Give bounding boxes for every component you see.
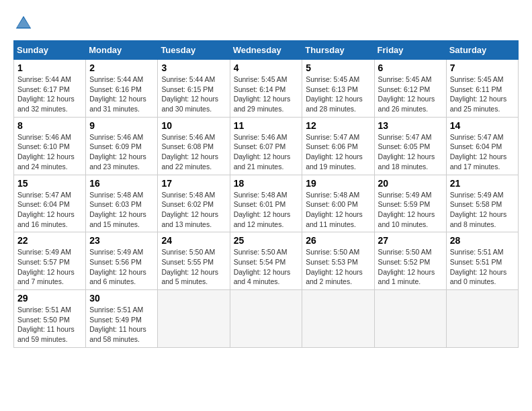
day-number: 26 [306, 235, 370, 246]
weekday-header-thursday: Thursday [302, 41, 374, 60]
calendar-cell: 8Sunrise: 5:46 AMSunset: 6:10 PMDaylight… [14, 117, 86, 175]
calendar-cell: 1Sunrise: 5:44 AMSunset: 6:17 PMDaylight… [14, 60, 86, 118]
day-detail: Sunrise: 5:48 AMSunset: 6:02 PMDaylight:… [161, 190, 226, 230]
day-number: 3 [161, 62, 226, 73]
day-number: 22 [17, 235, 82, 246]
day-detail: Sunrise: 5:46 AMSunset: 6:07 PMDaylight:… [234, 132, 299, 172]
day-detail: Sunrise: 5:45 AMSunset: 6:13 PMDaylight:… [306, 75, 370, 114]
day-detail: Sunrise: 5:44 AMSunset: 6:15 PMDaylight:… [161, 75, 226, 114]
calendar-cell: 2Sunrise: 5:44 AMSunset: 6:16 PMDaylight… [86, 60, 158, 118]
calendar-cell: 27Sunrise: 5:50 AMSunset: 5:52 PMDayligh… [374, 232, 446, 290]
weekday-header-sunday: Sunday [14, 41, 86, 60]
calendar-cell: 5Sunrise: 5:45 AMSunset: 6:13 PMDaylight… [302, 60, 374, 118]
day-detail: Sunrise: 5:51 AMSunset: 5:49 PMDaylight:… [89, 305, 154, 345]
calendar-cell [158, 290, 230, 348]
logo-icon [13, 13, 34, 34]
day-number: 25 [234, 235, 299, 246]
day-detail: Sunrise: 5:51 AMSunset: 5:51 PMDaylight:… [450, 247, 515, 287]
day-number: 28 [450, 235, 515, 246]
logo [13, 13, 36, 34]
day-detail: Sunrise: 5:46 AMSunset: 6:08 PMDaylight:… [161, 132, 226, 172]
calendar-cell: 14Sunrise: 5:47 AMSunset: 6:04 PMDayligh… [446, 117, 518, 175]
weekday-header-row: SundayMondayTuesdayWednesdayThursdayFrid… [14, 41, 519, 60]
day-detail: Sunrise: 5:48 AMSunset: 6:00 PMDaylight:… [306, 190, 370, 230]
calendar-cell: 20Sunrise: 5:49 AMSunset: 5:59 PMDayligh… [374, 175, 446, 232]
day-number: 9 [89, 120, 154, 131]
day-detail: Sunrise: 5:45 AMSunset: 6:12 PMDaylight:… [378, 75, 443, 114]
day-number: 19 [306, 178, 370, 189]
day-number: 20 [378, 178, 443, 189]
day-number: 15 [17, 178, 82, 189]
day-number: 18 [234, 178, 299, 189]
day-number: 10 [161, 120, 226, 131]
day-number: 17 [161, 178, 226, 189]
day-detail: Sunrise: 5:44 AMSunset: 6:16 PMDaylight:… [89, 75, 154, 114]
day-number: 1 [17, 62, 82, 73]
weekday-header-monday: Monday [86, 41, 158, 60]
day-detail: Sunrise: 5:47 AMSunset: 6:05 PMDaylight:… [378, 132, 443, 172]
day-number: 13 [378, 120, 443, 131]
calendar-cell: 15Sunrise: 5:47 AMSunset: 6:04 PMDayligh… [14, 175, 86, 232]
calendar-cell: 21Sunrise: 5:49 AMSunset: 5:58 PMDayligh… [446, 175, 518, 232]
calendar-cell: 17Sunrise: 5:48 AMSunset: 6:02 PMDayligh… [158, 175, 230, 232]
day-detail: Sunrise: 5:44 AMSunset: 6:17 PMDaylight:… [17, 75, 82, 114]
day-detail: Sunrise: 5:50 AMSunset: 5:52 PMDaylight:… [378, 247, 443, 287]
calendar-cell: 16Sunrise: 5:48 AMSunset: 6:03 PMDayligh… [86, 175, 158, 232]
calendar-cell: 24Sunrise: 5:50 AMSunset: 5:55 PMDayligh… [158, 232, 230, 290]
day-number: 8 [17, 120, 82, 131]
calendar-cell [302, 290, 374, 348]
day-number: 6 [378, 62, 443, 73]
calendar-cell: 10Sunrise: 5:46 AMSunset: 6:08 PMDayligh… [158, 117, 230, 175]
calendar-table: SundayMondayTuesdayWednesdayThursdayFrid… [13, 40, 519, 348]
calendar-cell: 28Sunrise: 5:51 AMSunset: 5:51 PMDayligh… [446, 232, 518, 290]
day-detail: Sunrise: 5:47 AMSunset: 6:04 PMDaylight:… [17, 190, 82, 230]
day-detail: Sunrise: 5:49 AMSunset: 5:59 PMDaylight:… [378, 190, 443, 230]
day-number: 30 [89, 293, 154, 304]
day-detail: Sunrise: 5:50 AMSunset: 5:55 PMDaylight:… [161, 247, 226, 287]
calendar-cell: 30Sunrise: 5:51 AMSunset: 5:49 PMDayligh… [86, 290, 158, 348]
calendar-cell: 12Sunrise: 5:47 AMSunset: 6:06 PMDayligh… [302, 117, 374, 175]
calendar-cell: 25Sunrise: 5:50 AMSunset: 5:54 PMDayligh… [230, 232, 302, 290]
calendar-week-row: 8Sunrise: 5:46 AMSunset: 6:10 PMDaylight… [14, 117, 519, 175]
svg-marker-1 [17, 17, 30, 28]
day-number: 27 [378, 235, 443, 246]
calendar-week-row: 15Sunrise: 5:47 AMSunset: 6:04 PMDayligh… [14, 175, 519, 232]
day-number: 5 [306, 62, 370, 73]
calendar-cell: 11Sunrise: 5:46 AMSunset: 6:07 PMDayligh… [230, 117, 302, 175]
day-detail: Sunrise: 5:47 AMSunset: 6:06 PMDaylight:… [306, 132, 370, 172]
calendar-week-row: 22Sunrise: 5:49 AMSunset: 5:57 PMDayligh… [14, 232, 519, 290]
calendar-cell: 26Sunrise: 5:50 AMSunset: 5:53 PMDayligh… [302, 232, 374, 290]
day-number: 16 [89, 178, 154, 189]
calendar-cell: 22Sunrise: 5:49 AMSunset: 5:57 PMDayligh… [14, 232, 86, 290]
calendar-cell: 4Sunrise: 5:45 AMSunset: 6:14 PMDaylight… [230, 60, 302, 118]
day-detail: Sunrise: 5:50 AMSunset: 5:54 PMDaylight:… [234, 247, 299, 287]
day-detail: Sunrise: 5:48 AMSunset: 6:01 PMDaylight:… [234, 190, 299, 230]
day-detail: Sunrise: 5:47 AMSunset: 6:04 PMDaylight:… [450, 132, 515, 172]
day-detail: Sunrise: 5:46 AMSunset: 6:09 PMDaylight:… [89, 132, 154, 172]
calendar-cell: 29Sunrise: 5:51 AMSunset: 5:50 PMDayligh… [14, 290, 86, 348]
day-detail: Sunrise: 5:49 AMSunset: 5:58 PMDaylight:… [450, 190, 515, 230]
weekday-header-tuesday: Tuesday [158, 41, 230, 60]
calendar-cell: 19Sunrise: 5:48 AMSunset: 6:00 PMDayligh… [302, 175, 374, 232]
day-number: 29 [17, 293, 82, 304]
weekday-header-wednesday: Wednesday [230, 41, 302, 60]
day-number: 4 [234, 62, 299, 73]
calendar-cell: 13Sunrise: 5:47 AMSunset: 6:05 PMDayligh… [374, 117, 446, 175]
calendar-cell [446, 290, 518, 348]
day-detail: Sunrise: 5:48 AMSunset: 6:03 PMDaylight:… [89, 190, 154, 230]
calendar-cell [374, 290, 446, 348]
page-header [13, 13, 519, 34]
day-number: 12 [306, 120, 370, 131]
day-number: 11 [234, 120, 299, 131]
calendar-cell [230, 290, 302, 348]
day-number: 24 [161, 235, 226, 246]
day-number: 7 [450, 62, 515, 73]
day-number: 23 [89, 235, 154, 246]
day-detail: Sunrise: 5:50 AMSunset: 5:53 PMDaylight:… [306, 247, 370, 287]
day-detail: Sunrise: 5:45 AMSunset: 6:11 PMDaylight:… [450, 75, 515, 114]
calendar-cell: 7Sunrise: 5:45 AMSunset: 6:11 PMDaylight… [446, 60, 518, 118]
day-detail: Sunrise: 5:45 AMSunset: 6:14 PMDaylight:… [234, 75, 299, 114]
calendar-week-row: 1Sunrise: 5:44 AMSunset: 6:17 PMDaylight… [14, 60, 519, 118]
day-number: 2 [89, 62, 154, 73]
calendar-cell: 18Sunrise: 5:48 AMSunset: 6:01 PMDayligh… [230, 175, 302, 232]
